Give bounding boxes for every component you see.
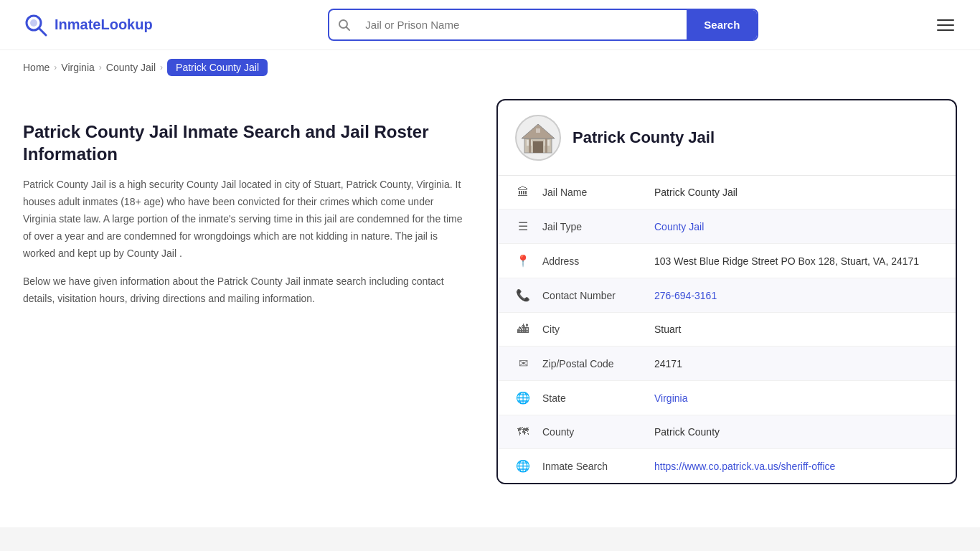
breadcrumb-current: Patrick County Jail	[167, 59, 268, 76]
logo-link[interactable]: InmateLookup	[23, 12, 153, 38]
search-input[interactable]	[359, 11, 687, 38]
footer	[0, 527, 980, 551]
search-button[interactable]: Search	[687, 10, 757, 39]
zip-value: 24171	[654, 358, 938, 369]
logo-icon	[23, 12, 49, 38]
jail-name-label: Jail Name	[542, 187, 643, 198]
info-row-county: 🗺 County Patrick County	[498, 415, 956, 449]
card-jail-name: Patrick County Jail	[573, 128, 715, 147]
zip-icon: ✉	[515, 357, 531, 370]
breadcrumb-sep-2: ›	[99, 62, 102, 72]
jail-avatar	[515, 115, 561, 161]
state-value: Virginia	[654, 392, 938, 404]
svg-line-1	[39, 28, 46, 35]
county-label: County	[542, 426, 643, 438]
state-label: State	[542, 392, 643, 404]
breadcrumb-county-jail[interactable]: County Jail	[106, 62, 156, 73]
page-desc-1: Patrick County Jail is a high security C…	[23, 176, 468, 262]
state-link[interactable]: Virginia	[654, 392, 687, 404]
jail-type-value: County Jail	[654, 221, 938, 232]
info-row-city: 🏙 City Stuart	[498, 313, 956, 347]
address-value: 103 West Blue Ridge Street PO Box 128, S…	[654, 255, 938, 267]
hamburger-line-2	[937, 24, 954, 26]
info-row-inmate-search: 🌐 Inmate Search https://www.co.patrick.v…	[498, 449, 956, 483]
inmate-search-icon: 🌐	[515, 459, 531, 473]
info-row-contact: 📞 Contact Number 276-694-3161	[498, 278, 956, 313]
jail-name-value: Patrick County Jail	[654, 187, 938, 198]
breadcrumb-sep-3: ›	[160, 62, 163, 72]
logo-text-lookup: Lookup	[100, 17, 152, 32]
jail-type-link[interactable]: County Jail	[654, 221, 704, 232]
county-value: Patrick County	[654, 426, 938, 438]
address-label: Address	[542, 255, 643, 267]
card-header: Patrick County Jail	[498, 100, 956, 176]
main-content: Patrick County Jail Inmate Search and Ja…	[0, 85, 980, 513]
info-row-jail-name: 🏛 Jail Name Patrick County Jail	[498, 176, 956, 209]
zip-label: Zip/Postal Code	[542, 358, 643, 369]
search-icon-wrap	[329, 19, 359, 32]
logo-text-inmate: Inmate	[55, 17, 100, 32]
county-icon: 🗺	[515, 425, 531, 438]
right-panel: Patrick County Jail 🏛 Jail Name Patrick …	[496, 99, 957, 484]
city-icon: 🏙	[515, 323, 531, 336]
info-card: Patrick County Jail 🏛 Jail Name Patrick …	[496, 99, 957, 484]
phone-icon: 📞	[515, 288, 531, 302]
hamburger-line-1	[937, 19, 954, 21]
city-label: City	[542, 324, 643, 335]
svg-rect-12	[545, 138, 547, 153]
logo-text: InmateLookup	[55, 17, 153, 33]
phone-link[interactable]: 276-694-3161	[654, 290, 717, 301]
breadcrumb-sep-1: ›	[54, 62, 57, 72]
info-row-address: 📍 Address 103 West Blue Ridge Street PO …	[498, 244, 956, 278]
city-value: Stuart	[654, 324, 938, 335]
jail-name-icon: 🏛	[515, 186, 531, 199]
inmate-search-link[interactable]: https://www.co.patrick.va.us/sheriff-off…	[654, 461, 835, 472]
header-search-area: Search	[328, 9, 758, 41]
svg-rect-7	[533, 141, 543, 153]
svg-point-2	[30, 19, 37, 27]
page-title: Patrick County Jail Inmate Search and Ja…	[23, 121, 468, 165]
header: InmateLookup Search	[0, 0, 980, 50]
address-icon: 📍	[515, 254, 531, 268]
info-row-jail-type: ☰ Jail Type County Jail	[498, 209, 956, 244]
building-icon	[519, 118, 557, 157]
svg-rect-10	[536, 128, 540, 133]
state-icon: 🌐	[515, 391, 531, 405]
info-row-state: 🌐 State Virginia	[498, 381, 956, 415]
search-icon	[338, 19, 351, 32]
info-row-zip: ✉ Zip/Postal Code 24171	[498, 347, 956, 381]
search-wrapper: Search	[328, 9, 758, 41]
hamburger-line-3	[937, 29, 954, 31]
svg-rect-11	[529, 138, 531, 153]
jail-type-label: Jail Type	[542, 221, 643, 232]
contact-label: Contact Number	[542, 290, 643, 301]
contact-value: 276-694-3161	[654, 290, 938, 301]
breadcrumb-home[interactable]: Home	[23, 62, 50, 73]
inmate-search-value: https://www.co.patrick.va.us/sheriff-off…	[654, 461, 938, 472]
breadcrumb: Home › Virginia › County Jail › Patrick …	[0, 50, 980, 85]
page-desc-2: Below we have given information about th…	[23, 273, 468, 308]
breadcrumb-virginia[interactable]: Virginia	[61, 62, 94, 73]
left-panel: Patrick County Jail Inmate Search and Ja…	[23, 99, 468, 484]
jail-type-icon: ☰	[515, 220, 531, 233]
hamburger-menu[interactable]	[934, 17, 957, 34]
svg-line-4	[347, 27, 350, 30]
inmate-search-label: Inmate Search	[542, 461, 643, 472]
